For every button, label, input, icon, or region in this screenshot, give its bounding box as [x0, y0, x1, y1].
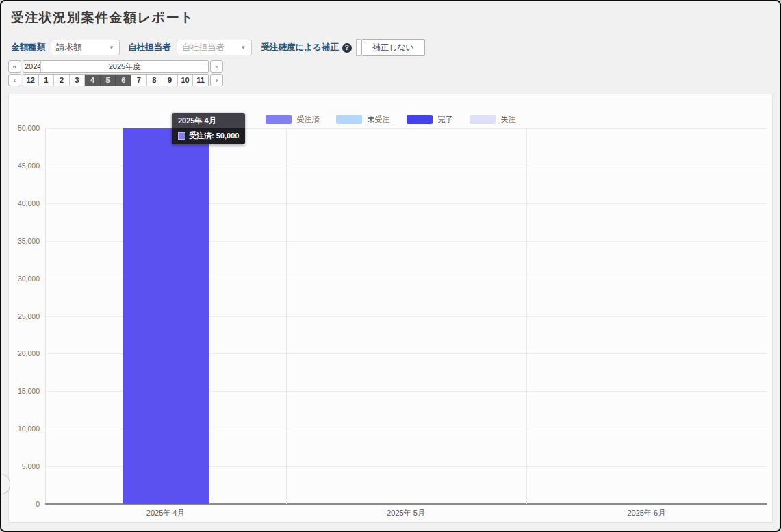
amount-type-label: 金額種類 [11, 42, 45, 53]
legend-label: 受注済 [297, 114, 320, 125]
owner-placeholder: 自社担当者 [182, 42, 225, 53]
help-icon[interactable]: ? [342, 43, 352, 53]
legend-label: 完了 [438, 114, 453, 125]
legend-swatch-icon [470, 115, 496, 124]
y-axis-label: 10,000 [18, 425, 40, 433]
y-axis-label: 50,000 [18, 124, 40, 132]
filter-bar: 金額種類 請求額 ▼ 自社担当者 自社担当者 ▼ 受注確度による補正 ? 補正し… [11, 39, 425, 56]
legend-item-3[interactable]: 失注 [470, 114, 516, 125]
chart-bar[interactable] [123, 128, 209, 504]
legend-item-1[interactable]: 未受注 [336, 114, 390, 125]
series-swatch-icon [178, 132, 185, 140]
report-window: 受注状況別案件金額レポート 金額種類 請求額 ▼ 自社担当者 自社担当者 ▼ 受… [0, 0, 781, 532]
x-axis: 2025年 4月2025年 5月2025年 6月 [45, 508, 767, 519]
prev-month-button[interactable]: ‹ [8, 74, 21, 86]
month-cell-5[interactable]: 5 [101, 75, 116, 86]
month-cell-1[interactable]: 1 [39, 75, 55, 86]
month-cell-8[interactable]: 8 [147, 75, 163, 86]
y-axis-label: 30,000 [18, 275, 40, 283]
correction-empty-segment [356, 39, 361, 56]
year-cell-0[interactable]: 2024年度 [23, 61, 41, 72]
legend-swatch-icon [266, 115, 292, 124]
legend-label: 未受注 [368, 114, 390, 125]
correction-toggle-button[interactable]: 補正しない [361, 39, 425, 56]
gridline-vertical [526, 128, 527, 504]
gridline-vertical [286, 128, 287, 504]
month-selector: 121234567891011 [23, 74, 209, 86]
tooltip-body: 受注済: 50,000 [172, 128, 245, 144]
page-title: 受注状況別案件金額レポート [11, 9, 194, 27]
y-axis-label: 45,000 [18, 162, 40, 170]
legend-label: 失注 [501, 114, 516, 125]
chart-panel: 受注済未受注完了失注 05,00010,00015,00020,00025,00… [8, 94, 773, 523]
x-axis-label: 2025年 6月 [628, 508, 666, 518]
month-cell-3[interactable]: 3 [70, 75, 86, 86]
year-cell-1[interactable]: 2025年度 [41, 61, 208, 72]
y-axis-label: 40,000 [18, 199, 40, 207]
amount-type-select[interactable]: 請求額 ▼ [51, 40, 120, 55]
month-cell-7[interactable]: 7 [131, 75, 147, 86]
month-cell-11[interactable]: 11 [193, 75, 208, 86]
tooltip-title: 2025年 4月 [172, 113, 245, 128]
tooltip-value: 受注済: 50,000 [189, 131, 239, 141]
legend-item-0[interactable]: 受注済 [266, 114, 320, 125]
prev-year-set-button[interactable]: « [8, 60, 21, 73]
month-cell-10[interactable]: 10 [178, 75, 194, 86]
chart-legend: 受注済未受注完了失注 [9, 114, 772, 125]
y-axis-label: 25,000 [18, 312, 40, 320]
y-axis-label: 5,000 [22, 462, 40, 470]
y-axis-label: 15,000 [18, 387, 40, 395]
plot-area [45, 128, 767, 504]
y-axis: 05,00010,00015,00020,00025,00030,00035,0… [9, 128, 40, 504]
legend-swatch-icon [407, 115, 433, 124]
month-cell-12[interactable]: 12 [23, 75, 39, 86]
owner-label: 自社担当者 [128, 42, 171, 53]
y-axis-label: 0 [36, 500, 40, 508]
y-axis-label: 35,000 [18, 237, 40, 245]
year-navigation: « 2024年度2025年度 » [8, 60, 223, 73]
month-cell-9[interactable]: 9 [162, 75, 178, 86]
month-cell-6[interactable]: 6 [116, 75, 131, 86]
month-cell-2[interactable]: 2 [54, 75, 70, 86]
month-cell-4[interactable]: 4 [85, 75, 101, 86]
chevron-down-icon: ▼ [109, 45, 114, 51]
next-year-set-button[interactable]: » [210, 60, 223, 73]
legend-swatch-icon [336, 115, 362, 124]
amount-type-value: 請求額 [56, 42, 82, 53]
correction-button-group: 補正しない [356, 39, 425, 56]
year-selector: 2024年度2025年度 [23, 60, 209, 73]
x-axis-label: 2025年 4月 [146, 508, 185, 518]
legend-item-2[interactable]: 完了 [407, 114, 453, 125]
probability-correction-label: 受注確度による補正 [261, 42, 339, 53]
x-axis-label: 2025年 5月 [387, 508, 425, 518]
y-axis-label: 20,000 [18, 349, 40, 357]
month-navigation: ‹ 121234567891011 › [8, 74, 223, 86]
next-month-button[interactable]: › [210, 74, 223, 86]
chevron-down-icon: ▼ [241, 45, 246, 51]
chart-tooltip: 2025年 4月 受注済: 50,000 [172, 113, 245, 144]
owner-select[interactable]: 自社担当者 ▼ [177, 40, 252, 55]
